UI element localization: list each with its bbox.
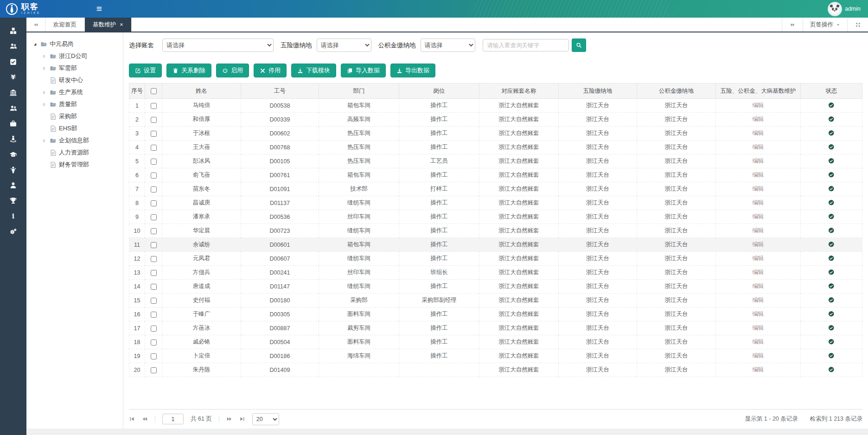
rail-item-user[interactable]	[0, 178, 26, 193]
row-checkbox[interactable]	[151, 284, 157, 290]
row-checkbox[interactable]	[151, 339, 157, 345]
tree-item-3[interactable]: 生产系统	[32, 86, 123, 98]
close-icon[interactable]	[120, 23, 123, 26]
edit-link[interactable]: 编辑	[753, 297, 764, 303]
edit-link[interactable]: 编辑	[753, 186, 764, 192]
tree-root[interactable]: 中元易尚	[32, 38, 123, 50]
edit-link[interactable]: 编辑	[753, 241, 764, 248]
rail-item-yen[interactable]	[0, 70, 26, 85]
app-logo[interactable]: 职客 IZHIKE	[6, 3, 41, 15]
row-checkbox[interactable]	[151, 256, 157, 262]
previous-page-button[interactable]	[142, 416, 148, 422]
tree-item-0[interactable]: 浙江D公司	[32, 50, 123, 62]
tab-1[interactable]: 基数维护	[85, 18, 132, 32]
table-row: 20朱丹陈D01409浙江大自然账套浙江天台浙江天台编辑	[129, 363, 862, 377]
edit-link[interactable]: 编辑	[753, 339, 764, 345]
download-template-button[interactable]: 下载模块	[291, 64, 336, 77]
next-page-button[interactable]	[226, 416, 232, 422]
page-number-input[interactable]	[162, 414, 184, 424]
rail-item-graduation-cap[interactable]	[0, 147, 26, 162]
rail-item-child[interactable]	[0, 162, 26, 178]
tree-node-label: 企划信息部	[59, 136, 89, 145]
rail-item-team[interactable]	[0, 100, 26, 115]
rail-item-cubes[interactable]	[0, 23, 26, 38]
edit-link[interactable]: 编辑	[753, 227, 764, 234]
rail-item-cogs[interactable]	[0, 224, 26, 239]
page-operations-dropdown[interactable]: 页签操作	[803, 18, 847, 32]
account-select[interactable]: 请选择	[162, 38, 274, 52]
row-checkbox[interactable]	[151, 159, 157, 165]
user-menu[interactable]: admin	[829, 3, 861, 15]
row-checkbox[interactable]	[151, 186, 157, 192]
last-page-button[interactable]	[239, 416, 245, 422]
page-size-select[interactable]: 20	[252, 413, 279, 425]
row-checkbox[interactable]	[151, 326, 157, 332]
edit-link[interactable]: 编辑	[753, 172, 764, 178]
insurance-city-select[interactable]: 请选择	[317, 38, 371, 52]
edit-link[interactable]: 编辑	[753, 255, 764, 262]
edit-link[interactable]: 编辑	[753, 102, 764, 109]
cell-dept: 热压车间	[319, 127, 399, 141]
tabs-scroll-right-button[interactable]	[782, 18, 803, 32]
cell-account: 浙江大自然账套	[479, 363, 559, 377]
row-checkbox[interactable]	[151, 270, 157, 276]
rail-item-trophy[interactable]	[0, 193, 26, 208]
settings-button[interactable]: 设置	[129, 64, 162, 77]
edit-link[interactable]: 编辑	[753, 366, 764, 373]
select-all-checkbox[interactable]	[151, 88, 157, 94]
row-checkbox[interactable]	[151, 242, 157, 248]
status-check-icon	[828, 352, 835, 359]
row-checkbox[interactable]	[151, 367, 157, 373]
tree-item-7[interactable]: 企划信息部	[32, 134, 123, 147]
tree-item-5[interactable]: 采购部	[32, 110, 123, 122]
fund-city-select[interactable]: 请选择	[421, 38, 475, 52]
first-page-button[interactable]	[129, 416, 135, 422]
row-checkbox[interactable]	[151, 214, 157, 220]
edit-link[interactable]: 编辑	[753, 130, 764, 136]
fullscreen-button[interactable]	[847, 18, 868, 32]
row-checkbox[interactable]	[151, 173, 157, 179]
tree-item-9[interactable]: 财务管理部	[32, 159, 123, 171]
row-checkbox[interactable]	[151, 353, 157, 359]
row-checkbox[interactable]	[151, 145, 157, 151]
rail-item-briefcase[interactable]	[0, 116, 26, 131]
rail-item-user-group[interactable]	[0, 38, 26, 54]
edit-link[interactable]: 编辑	[753, 199, 764, 206]
sidebar-toggle-button[interactable]	[96, 5, 103, 13]
tree-item-1[interactable]: 军需部	[32, 62, 123, 74]
search-button[interactable]	[572, 38, 586, 52]
edit-link[interactable]: 编辑	[753, 352, 764, 359]
edit-link[interactable]: 编辑	[753, 269, 764, 275]
edit-link[interactable]: 编辑	[753, 158, 764, 164]
edit-link[interactable]: 编辑	[753, 116, 764, 122]
tree-item-6[interactable]: EHS部	[32, 122, 123, 134]
icon-rail	[0, 18, 26, 435]
row-checkbox[interactable]	[151, 312, 157, 318]
search-input[interactable]	[483, 39, 569, 51]
row-checkbox[interactable]	[151, 131, 157, 137]
row-checkbox[interactable]	[151, 117, 157, 123]
edit-link[interactable]: 编辑	[753, 311, 764, 317]
edit-link[interactable]: 编辑	[753, 283, 764, 289]
row-checkbox[interactable]	[151, 228, 157, 234]
rail-item-check-square[interactable]	[0, 54, 26, 70]
row-checkbox[interactable]	[151, 200, 157, 206]
row-checkbox[interactable]	[151, 298, 157, 304]
edit-link[interactable]: 编辑	[753, 213, 764, 220]
edit-link[interactable]: 编辑	[753, 325, 764, 331]
rail-item-street-view[interactable]	[0, 131, 26, 147]
export-data-button[interactable]: 导出数据	[390, 64, 435, 77]
edit-link[interactable]: 编辑	[753, 144, 764, 150]
disable-button[interactable]: 停用	[254, 64, 287, 77]
relation-delete-button[interactable]: 关系删除	[166, 64, 211, 77]
tree-item-4[interactable]: 质量部	[32, 98, 123, 110]
tree-item-2[interactable]: 研发中心	[32, 74, 123, 86]
tree-item-8[interactable]: 人力资源部	[32, 147, 123, 159]
import-data-button[interactable]: 导入数据	[341, 64, 386, 77]
rail-item-bank[interactable]	[0, 85, 26, 100]
tab-0[interactable]: 欢迎首页	[45, 18, 85, 32]
enable-button[interactable]: 启用	[216, 64, 249, 77]
row-checkbox[interactable]	[151, 103, 157, 109]
rail-item-info[interactable]	[0, 209, 26, 224]
tabs-scroll-left-button[interactable]	[26, 18, 45, 32]
